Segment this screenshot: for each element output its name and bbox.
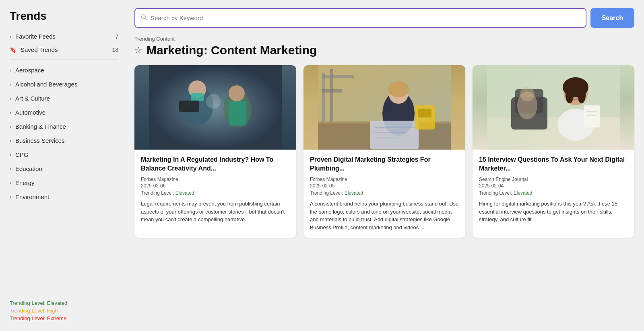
search-input[interactable]: [151, 9, 580, 27]
card-3-description: Hiring for digital marketing positions t…: [479, 200, 628, 231]
search-icon: [141, 14, 147, 22]
sidebar-item-art-culture[interactable]: › Art & Culture: [10, 91, 125, 105]
chevron-right-icon: ›: [10, 180, 11, 186]
sidebar-item-business-services[interactable]: › Business Services: [10, 134, 125, 148]
card-3-trending: Trending Level: Elevated: [479, 190, 628, 196]
card-1-image: [134, 65, 296, 150]
card-2-source: Forbes Magazine: [310, 177, 459, 182]
card-3-body: 15 Interview Questions To Ask Your Next …: [473, 150, 634, 238]
card-3-date: 2025-02-04: [479, 183, 628, 189]
card-3-trending-level: Elevated: [514, 190, 533, 196]
svg-point-40: [520, 87, 535, 101]
sidebar-cat-label: Education: [15, 165, 42, 172]
card-2-image: [303, 65, 465, 150]
sidebar-cat-label: Business Services: [15, 137, 65, 144]
main-content: Search Trending Content ☆ Marketing: Con…: [125, 0, 644, 331]
search-input-wrapper[interactable]: [134, 8, 586, 28]
svg-rect-16: [322, 75, 354, 78]
svg-point-34: [578, 87, 586, 103]
card-2-description: A consistent brand helps your plumbing b…: [310, 200, 459, 231]
chevron-right-icon: ›: [10, 68, 11, 73]
sidebar-item-education[interactable]: › Education: [10, 162, 125, 176]
sidebar-cat-label: Art & Culture: [15, 95, 50, 102]
legend-extreme: Trending Level: Extreme: [10, 315, 125, 321]
svg-rect-5: [191, 93, 204, 101]
card-1-description: Legal requirements may prevent you from …: [141, 200, 290, 231]
card-3-source: Search Engine Journal: [479, 177, 628, 182]
svg-point-20: [388, 81, 409, 97]
svg-point-7: [206, 94, 221, 109]
sidebar-cat-label: CPG: [15, 151, 29, 158]
card-2-trending-level: Elevated: [345, 190, 363, 196]
chevron-right-icon: ›: [10, 110, 11, 115]
svg-rect-36: [584, 105, 600, 127]
svg-rect-26: [418, 109, 431, 117]
sidebar-saved-trends-label: Saved Trends: [21, 46, 58, 53]
legend-high: Trending Level: High: [10, 308, 125, 314]
sidebar-item-automotive[interactable]: › Automotive: [10, 105, 125, 119]
sidebar-item-favorite-feeds[interactable]: › Favorite Feeds 7: [10, 30, 125, 43]
card-3-image: [473, 65, 634, 150]
card-1[interactable]: Marketing In A Regulated Industry? How T…: [134, 65, 296, 238]
svg-point-9: [229, 85, 245, 101]
sidebar-item-aerospace[interactable]: › Aerospace: [10, 63, 125, 77]
sidebar-cat-label: Energy: [15, 179, 35, 186]
sidebar-divider: [10, 60, 118, 60]
trending-title: Marketing: Content Marketing: [147, 43, 317, 57]
card-1-trending: Trending Level: Elevated: [141, 190, 290, 196]
card-2-trending: Trending Level: Elevated: [310, 190, 459, 196]
chevron-right-icon: ›: [10, 152, 11, 158]
sidebar-cat-label: Automotive: [15, 109, 45, 116]
sidebar-cat-label: Alcohol and Beverages: [15, 81, 77, 88]
sidebar-legend: Trending Level: Elevated Trending Level:…: [10, 294, 125, 321]
chevron-right-icon: ›: [10, 82, 11, 87]
card-2-title: Proven Digital Marketing Strategies For …: [310, 155, 459, 173]
search-button[interactable]: Search: [590, 8, 634, 28]
sidebar-cat-label: Aerospace: [15, 67, 44, 74]
sidebar-item-energy[interactable]: › Energy: [10, 176, 125, 190]
favorite-feeds-badge: 7: [115, 33, 118, 40]
chevron-right-icon: ›: [10, 96, 11, 101]
card-2[interactable]: Proven Digital Marketing Strategies For …: [303, 65, 465, 238]
card-1-source: Forbes Magazine: [141, 177, 290, 182]
cards-grid: Marketing In A Regulated Industry? How T…: [134, 65, 634, 238]
chevron-right-icon: ›: [10, 138, 11, 144]
search-row: Search: [134, 8, 634, 28]
chevron-right-icon: ›: [10, 194, 11, 200]
chevron-right-icon: ›: [10, 124, 11, 130]
sidebar: Trends › Favorite Feeds 7 🔖 Saved Trends…: [0, 0, 125, 331]
saved-trends-badge: 18: [112, 47, 118, 53]
app-title: Trends: [10, 10, 125, 23]
sidebar-item-banking-finance[interactable]: › Banking & Finance: [10, 119, 125, 134]
svg-rect-28: [487, 65, 620, 117]
svg-rect-10: [229, 101, 246, 125]
sidebar-item-alcohol-beverages[interactable]: › Alcohol and Beverages: [10, 77, 125, 91]
svg-line-1: [145, 18, 147, 20]
sidebar-item-environment[interactable]: › Environment: [10, 190, 125, 204]
star-icon: ☆: [134, 45, 142, 56]
sidebar-favorite-feeds-label: Favorite Feeds: [15, 33, 56, 40]
svg-rect-21: [370, 121, 419, 149]
card-1-title: Marketing In A Regulated Industry? How T…: [141, 155, 290, 173]
sidebar-item-cpg[interactable]: › CPG: [10, 148, 125, 162]
card-3-title: 15 Interview Questions To Ask Your Next …: [479, 155, 628, 173]
svg-point-33: [566, 87, 574, 103]
trending-title-row: ☆ Marketing: Content Marketing: [134, 43, 634, 57]
svg-rect-17: [322, 89, 342, 93]
chevron-right-icon: ›: [10, 166, 11, 172]
card-2-body: Proven Digital Marketing Strategies For …: [303, 150, 465, 238]
card-1-date: 2025-02-06: [141, 183, 290, 189]
svg-rect-6: [179, 101, 199, 112]
card-1-body: Marketing In A Regulated Industry? How T…: [134, 150, 296, 238]
trending-section-label: Trending Content: [134, 36, 634, 42]
card-1-trending-level: Elevated: [175, 190, 194, 196]
chevron-right-icon: ›: [10, 34, 11, 39]
card-3[interactable]: 15 Interview Questions To Ask Your Next …: [473, 65, 634, 238]
legend-elevated: Trending Level: Elevated: [10, 300, 125, 306]
sidebar-cat-label: Environment: [15, 193, 49, 200]
card-2-date: 2025-02-05: [310, 183, 459, 189]
svg-rect-14: [322, 73, 325, 121]
sidebar-cat-label: Banking & Finance: [15, 123, 66, 130]
bookmark-icon: 🔖: [10, 47, 17, 53]
sidebar-item-saved-trends[interactable]: 🔖 Saved Trends 18: [10, 43, 125, 56]
